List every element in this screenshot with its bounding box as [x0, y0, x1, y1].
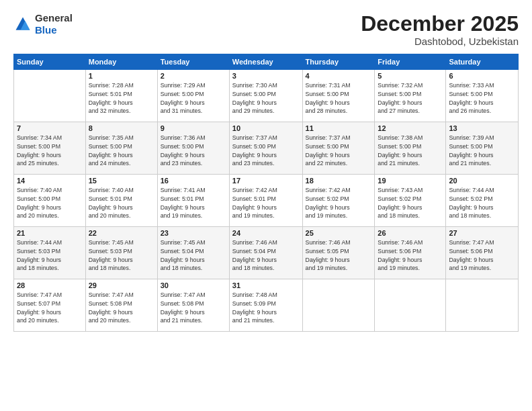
week-row-4: 28Sunrise: 7:47 AMSunset: 5:07 PMDayligh… [14, 279, 519, 332]
day-info: Sunrise: 7:29 AMSunset: 5:00 PMDaylight:… [161, 81, 226, 116]
calendar-body: 1Sunrise: 7:28 AMSunset: 5:01 PMDaylight… [14, 70, 519, 332]
week-row-0: 1Sunrise: 7:28 AMSunset: 5:01 PMDaylight… [14, 70, 519, 122]
header-cell-wednesday: Wednesday [229, 54, 302, 70]
day-info: Sunrise: 7:31 AMSunset: 5:00 PMDaylight:… [306, 81, 372, 116]
title-block: December 2025 Dashtobod, Uzbekistan [361, 12, 519, 47]
logo-blue: Blue [35, 24, 57, 36]
day-info: Sunrise: 7:34 AMSunset: 5:00 PMDaylight:… [17, 134, 83, 168]
day-number: 30 [161, 281, 226, 289]
day-info: Sunrise: 7:46 AMSunset: 5:06 PMDaylight:… [378, 238, 443, 273]
calendar-cell: 12Sunrise: 7:38 AMSunset: 5:00 PMDayligh… [375, 122, 446, 175]
day-info: Sunrise: 7:38 AMSunset: 5:00 PMDaylight:… [378, 134, 443, 168]
week-row-2: 14Sunrise: 7:40 AMSunset: 5:00 PMDayligh… [14, 175, 519, 227]
calendar-cell: 10Sunrise: 7:37 AMSunset: 5:00 PMDayligh… [229, 122, 302, 175]
day-number: 12 [378, 124, 443, 132]
day-number: 23 [161, 229, 226, 237]
header-cell-monday: Monday [85, 54, 157, 70]
day-number: 22 [89, 229, 154, 237]
calendar-cell: 25Sunrise: 7:46 AMSunset: 5:05 PMDayligh… [302, 227, 375, 279]
day-number: 16 [161, 177, 226, 185]
calendar-header: SundayMondayTuesdayWednesdayThursdayFrid… [14, 54, 519, 70]
header-row: SundayMondayTuesdayWednesdayThursdayFrid… [14, 54, 519, 70]
day-info: Sunrise: 7:32 AMSunset: 5:00 PMDaylight:… [378, 81, 443, 116]
day-info: Sunrise: 7:37 AMSunset: 5:00 PMDaylight:… [306, 134, 372, 168]
calendar-cell: 20Sunrise: 7:44 AMSunset: 5:02 PMDayligh… [446, 175, 519, 227]
day-info: Sunrise: 7:43 AMSunset: 5:02 PMDaylight:… [378, 186, 443, 220]
calendar-cell: 30Sunrise: 7:47 AMSunset: 5:08 PMDayligh… [157, 279, 229, 332]
day-number: 5 [378, 72, 443, 80]
calendar-cell: 4Sunrise: 7:31 AMSunset: 5:00 PMDaylight… [302, 70, 375, 122]
day-number: 29 [89, 281, 154, 289]
calendar-cell: 1Sunrise: 7:28 AMSunset: 5:01 PMDaylight… [85, 70, 157, 122]
calendar-cell: 14Sunrise: 7:40 AMSunset: 5:00 PMDayligh… [14, 175, 86, 227]
day-number: 26 [378, 229, 443, 237]
day-number: 21 [17, 229, 83, 237]
day-number: 10 [232, 124, 300, 132]
calendar-cell: 6Sunrise: 7:33 AMSunset: 5:00 PMDaylight… [446, 70, 519, 122]
day-info: Sunrise: 7:45 AMSunset: 5:03 PMDaylight:… [89, 238, 154, 273]
calendar-cell: 23Sunrise: 7:45 AMSunset: 5:04 PMDayligh… [157, 227, 229, 279]
day-number: 28 [17, 281, 83, 289]
day-info: Sunrise: 7:47 AMSunset: 5:07 PMDaylight:… [17, 291, 83, 325]
header-cell-tuesday: Tuesday [157, 54, 229, 70]
day-number: 15 [89, 177, 154, 185]
calendar-cell: 19Sunrise: 7:43 AMSunset: 5:02 PMDayligh… [375, 175, 446, 227]
calendar-cell [446, 279, 519, 332]
day-info: Sunrise: 7:47 AMSunset: 5:08 PMDaylight:… [161, 291, 226, 325]
calendar-cell: 2Sunrise: 7:29 AMSunset: 5:00 PMDaylight… [157, 70, 229, 122]
day-info: Sunrise: 7:33 AMSunset: 5:00 PMDaylight:… [449, 81, 515, 116]
day-info: Sunrise: 7:42 AMSunset: 5:01 PMDaylight:… [232, 186, 300, 220]
day-info: Sunrise: 7:42 AMSunset: 5:02 PMDaylight:… [306, 186, 372, 220]
calendar-cell: 31Sunrise: 7:48 AMSunset: 5:09 PMDayligh… [229, 279, 302, 332]
week-row-1: 7Sunrise: 7:34 AMSunset: 5:00 PMDaylight… [14, 122, 519, 175]
day-number: 8 [89, 124, 154, 132]
page: General Blue December 2025 Dashtobod, Uz… [0, 0, 532, 411]
calendar-cell: 22Sunrise: 7:45 AMSunset: 5:03 PMDayligh… [85, 227, 157, 279]
day-number: 24 [232, 229, 300, 237]
day-number: 17 [232, 177, 300, 185]
logo-icon [13, 15, 32, 34]
calendar-cell: 11Sunrise: 7:37 AMSunset: 5:00 PMDayligh… [302, 122, 375, 175]
header-cell-thursday: Thursday [302, 54, 375, 70]
logo-text: General Blue [35, 12, 73, 36]
day-info: Sunrise: 7:28 AMSunset: 5:01 PMDaylight:… [89, 81, 154, 116]
day-info: Sunrise: 7:36 AMSunset: 5:00 PMDaylight:… [161, 134, 226, 168]
calendar-cell: 3Sunrise: 7:30 AMSunset: 5:00 PMDaylight… [229, 70, 302, 122]
day-info: Sunrise: 7:30 AMSunset: 5:00 PMDaylight:… [232, 81, 300, 116]
day-info: Sunrise: 7:44 AMSunset: 5:03 PMDaylight:… [17, 238, 83, 273]
day-info: Sunrise: 7:39 AMSunset: 5:00 PMDaylight:… [449, 134, 515, 168]
day-info: Sunrise: 7:47 AMSunset: 5:08 PMDaylight:… [89, 291, 154, 325]
calendar-cell: 8Sunrise: 7:35 AMSunset: 5:00 PMDaylight… [85, 122, 157, 175]
header: General Blue December 2025 Dashtobod, Uz… [13, 12, 519, 47]
calendar-cell: 9Sunrise: 7:36 AMSunset: 5:00 PMDaylight… [157, 122, 229, 175]
header-cell-friday: Friday [375, 54, 446, 70]
day-number: 27 [449, 229, 515, 237]
calendar-cell [375, 279, 446, 332]
calendar-cell [302, 279, 375, 332]
calendar-cell: 13Sunrise: 7:39 AMSunset: 5:00 PMDayligh… [446, 122, 519, 175]
day-number: 7 [17, 124, 83, 132]
day-info: Sunrise: 7:46 AMSunset: 5:04 PMDaylight:… [232, 238, 300, 273]
day-info: Sunrise: 7:35 AMSunset: 5:00 PMDaylight:… [89, 134, 154, 168]
calendar-cell: 18Sunrise: 7:42 AMSunset: 5:02 PMDayligh… [302, 175, 375, 227]
calendar-cell: 27Sunrise: 7:47 AMSunset: 5:06 PMDayligh… [446, 227, 519, 279]
day-info: Sunrise: 7:46 AMSunset: 5:05 PMDaylight:… [306, 238, 372, 273]
day-number: 6 [449, 72, 515, 80]
day-number: 19 [378, 177, 443, 185]
day-number: 4 [306, 72, 372, 80]
header-cell-sunday: Sunday [14, 54, 86, 70]
day-number: 31 [232, 281, 300, 289]
calendar-cell: 5Sunrise: 7:32 AMSunset: 5:00 PMDaylight… [375, 70, 446, 122]
day-number: 3 [232, 72, 300, 80]
day-number: 20 [449, 177, 515, 185]
day-number: 11 [306, 124, 372, 132]
header-cell-saturday: Saturday [446, 54, 519, 70]
logo: General Blue [13, 12, 73, 36]
day-number: 1 [89, 72, 154, 80]
day-info: Sunrise: 7:48 AMSunset: 5:09 PMDaylight:… [232, 291, 300, 325]
calendar-cell: 24Sunrise: 7:46 AMSunset: 5:04 PMDayligh… [229, 227, 302, 279]
calendar-cell: 29Sunrise: 7:47 AMSunset: 5:08 PMDayligh… [85, 279, 157, 332]
logo-general: General [35, 12, 73, 24]
calendar-cell: 26Sunrise: 7:46 AMSunset: 5:06 PMDayligh… [375, 227, 446, 279]
month-year: December 2025 [361, 12, 519, 36]
